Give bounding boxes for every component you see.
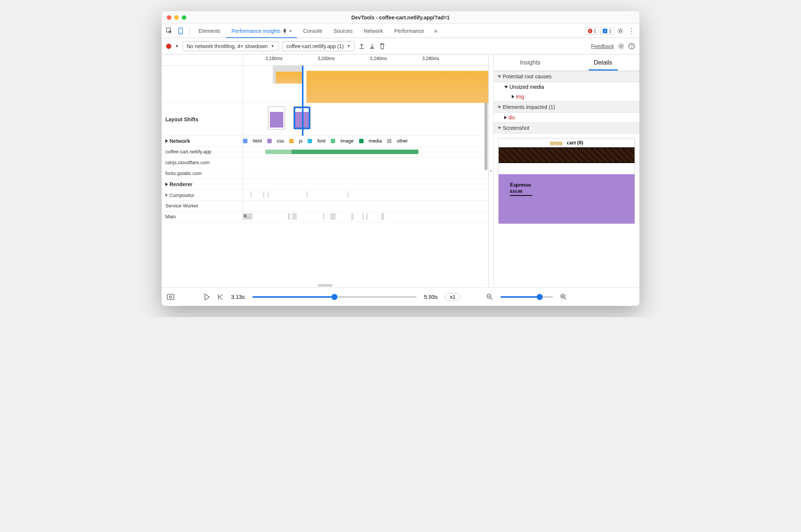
tab-sources[interactable]: Sources	[328, 24, 358, 38]
rewind-icon[interactable]	[218, 294, 224, 300]
timeline-body[interactable]: Layout Shifts Network html css js	[162, 66, 488, 287]
tab-insights[interactable]: Insights	[494, 54, 567, 71]
layout-shift-thumb[interactable]	[268, 107, 285, 129]
feedback-link[interactable]: Feedback	[591, 43, 614, 49]
play-icon[interactable]	[204, 294, 210, 300]
zoom-in-icon[interactable]	[560, 294, 567, 300]
screenshot-preview: menu cart (0) Espresso $10.00	[498, 138, 635, 224]
shot-product-name: Espresso	[510, 182, 623, 188]
chevron-down-icon: ▼	[347, 44, 350, 48]
swatch-media	[359, 139, 364, 143]
playhead[interactable]	[302, 103, 303, 136]
record-button[interactable]	[166, 44, 171, 49]
throttling-select[interactable]: No network throttling, 4× slowdown ▼	[183, 41, 278, 51]
zoom-out-icon[interactable]	[486, 294, 493, 300]
network-request-bar[interactable]	[265, 150, 292, 154]
network-legend: html css js font image media other	[243, 136, 488, 146]
tree-img-element[interactable]: img	[494, 92, 639, 101]
close-tab-icon[interactable]: ×	[289, 28, 292, 34]
tab-console[interactable]: Console	[298, 24, 327, 38]
tab-elements[interactable]: Elements	[193, 24, 225, 38]
tab-performance[interactable]: Performance	[389, 24, 429, 38]
traffic-lights	[167, 15, 186, 20]
main-task[interactable]: R...	[243, 213, 253, 220]
maximize-icon[interactable]	[182, 15, 186, 20]
service-worker-row[interactable]: Service Worker	[162, 201, 243, 211]
titlebar: DevTools - coffee-cart.netlify.app/?ad=1	[162, 11, 639, 24]
svg-point-3	[619, 30, 621, 32]
tick-label: 3,160ms	[265, 56, 283, 61]
minimize-icon[interactable]	[174, 15, 179, 20]
layout-shifts-heading: Layout Shifts	[162, 103, 243, 135]
device-icon[interactable]	[176, 26, 186, 36]
network-request-bar[interactable]	[292, 150, 418, 154]
zoom-slider[interactable]	[501, 296, 553, 298]
tab-label: Performance insights	[231, 28, 281, 34]
swatch-js	[289, 139, 294, 143]
gear-icon[interactable]	[618, 43, 624, 50]
tree-unsized-media[interactable]: Unsized media	[494, 82, 639, 92]
playback-footer: 3.13s 5.93s x1	[162, 287, 639, 306]
close-icon[interactable]	[167, 15, 171, 20]
main-thread-row[interactable]: Main	[162, 212, 243, 222]
compositor-row[interactable]: Compositor	[162, 190, 243, 200]
panel-resizer[interactable]: ›	[489, 54, 494, 287]
info-badge[interactable]: ≡ 1	[600, 27, 614, 35]
record-menu-icon[interactable]: ▼	[175, 44, 179, 48]
network-host[interactable]: cdnjs.cloudflare.com	[162, 157, 243, 168]
error-count: 1	[594, 28, 596, 34]
network-host[interactable]: coffee-cart.netlify.app	[162, 147, 243, 157]
tab-details[interactable]: Details	[567, 54, 639, 71]
svg-point-4	[620, 45, 622, 47]
svg-point-2	[180, 32, 181, 33]
pin-icon	[283, 28, 287, 34]
renderer-heading[interactable]: Renderer	[162, 179, 243, 190]
network-heading[interactable]: Network	[162, 136, 243, 146]
expand-collapse-icon[interactable]: ›	[490, 168, 492, 173]
speed-pill[interactable]: x1	[445, 293, 460, 301]
tab-network[interactable]: Network	[359, 24, 388, 38]
shot-banner-image	[499, 148, 635, 163]
time-start: 3.13s	[231, 294, 245, 300]
section-root-causes[interactable]: Potential root causes	[494, 71, 639, 82]
panel-tabs: Elements Performance insights × Console …	[193, 24, 429, 38]
recording-value: coffee-cart.netlify.app (1)	[286, 43, 344, 49]
error-icon: ×	[588, 29, 592, 33]
inspect-icon[interactable]	[165, 26, 174, 36]
info-icon: ≡	[603, 29, 607, 33]
details-tabs: Insights Details	[494, 54, 639, 71]
tree-div-element[interactable]: div	[494, 113, 639, 122]
recording-select[interactable]: coffee-cart.netlify.app (1) ▼	[282, 41, 354, 51]
task-block[interactable]	[276, 72, 303, 84]
playhead[interactable]	[302, 66, 303, 103]
more-tabs-icon[interactable]: »	[431, 26, 440, 36]
time-ruler: 3,160ms 3,200ms 3,240ms 3,280ms	[162, 54, 488, 66]
help-icon[interactable]: ?	[628, 43, 635, 50]
kebab-icon[interactable]: ⋮	[627, 26, 636, 36]
import-icon[interactable]	[369, 43, 375, 50]
devtools-window: DevTools - coffee-cart.netlify.app/?ad=1…	[162, 11, 639, 306]
task-block[interactable]	[306, 71, 488, 103]
network-host[interactable]: fonts.gstatic.com	[162, 168, 243, 179]
section-elements-impacted[interactable]: Elements impacted (1)	[494, 101, 639, 113]
insights-toolbar: ▼ No network throttling, 4× slowdown ▼ c…	[162, 38, 639, 54]
main-tabbar: Elements Performance insights × Console …	[162, 24, 639, 38]
swatch-html	[243, 139, 247, 143]
preview-toggle-icon[interactable]	[167, 294, 174, 300]
svg-rect-8	[167, 294, 174, 300]
delete-icon[interactable]	[379, 43, 385, 50]
time-end: 5.93s	[424, 294, 438, 300]
info-count: 1	[609, 28, 611, 34]
error-badge[interactable]: × 1	[585, 27, 599, 35]
svg-text:?: ?	[630, 44, 633, 48]
section-screenshot[interactable]: Screenshot	[494, 122, 639, 134]
tab-performance-insights[interactable]: Performance insights ×	[226, 24, 297, 38]
time-slider[interactable]	[252, 296, 417, 298]
ruler-ticks[interactable]: 3,160ms 3,200ms 3,240ms 3,280ms	[243, 54, 488, 65]
svg-point-5	[618, 44, 624, 49]
export-icon[interactable]	[358, 43, 365, 50]
window-title: DevTools - coffee-cart.netlify.app/?ad=1	[162, 15, 639, 21]
settings-icon[interactable]	[615, 26, 625, 36]
horizontal-scrollbar[interactable]	[318, 284, 333, 287]
tick-label: 3,240ms	[370, 56, 387, 61]
